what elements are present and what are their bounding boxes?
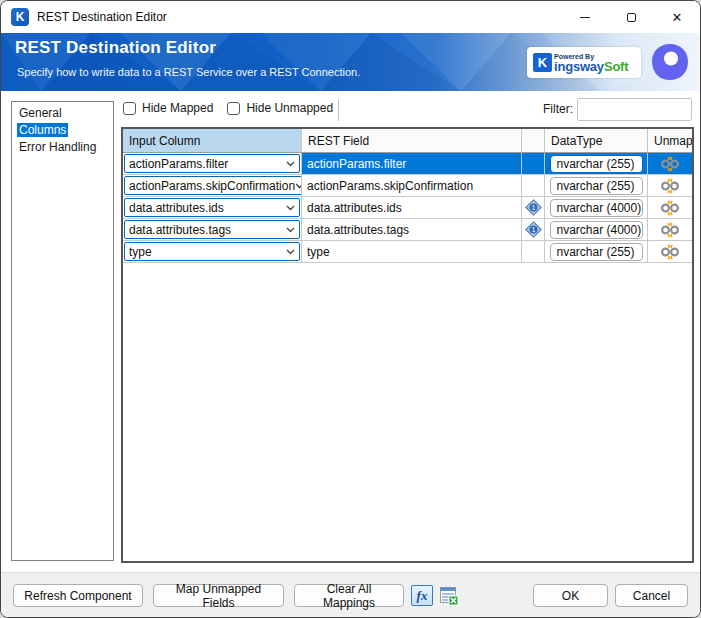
- datatype-cell: nvarchar (255): [545, 241, 648, 263]
- close-icon: ✕: [672, 11, 683, 24]
- input-column-dropdown[interactable]: type: [124, 242, 300, 261]
- table-row: actionParams.filteractionParams.filternv…: [123, 153, 692, 175]
- unmap-button-cell[interactable]: [648, 241, 692, 263]
- sidebar-item-label: Columns: [17, 123, 68, 137]
- input-column-value: type: [129, 245, 286, 259]
- table-row: typetypenvarchar (255): [123, 241, 692, 263]
- input-column-value: data.attributes.tags: [129, 223, 286, 237]
- app-icon: K: [11, 8, 29, 26]
- rest-field-cell[interactable]: actionParams.filter: [302, 153, 522, 175]
- unmap-button-cell[interactable]: [648, 197, 692, 219]
- kingswaysoft-badge: K Powered By ingswaySoft: [527, 47, 641, 78]
- clear-all-mappings-button[interactable]: Clear All Mappings: [294, 584, 404, 607]
- column-header-icon: [522, 129, 545, 152]
- toolbar-separator: [338, 99, 339, 121]
- sidebar-item-columns[interactable]: Columns: [15, 122, 113, 138]
- window-title: REST Destination Editor: [37, 10, 167, 24]
- expression-fx-button[interactable]: fx: [411, 585, 433, 606]
- chevron-down-icon: [286, 249, 295, 255]
- minimize-icon: [580, 17, 590, 18]
- datatype-box[interactable]: nvarchar (255): [550, 155, 643, 173]
- row-info-cell: [522, 241, 545, 263]
- hide-unmapped-checkbox[interactable]: Hide Unmapped: [227, 101, 333, 115]
- filter-label: Filter:: [529, 102, 573, 116]
- input-column-dropdown[interactable]: data.attributes.ids: [124, 198, 300, 217]
- datatype-cell: nvarchar (255): [545, 175, 648, 197]
- datatype-cell: nvarchar (4000): [545, 197, 648, 219]
- chevron-down-icon: [295, 183, 302, 189]
- map-unmapped-fields-button[interactable]: Map Unmapped Fields: [153, 584, 284, 607]
- chevron-down-icon: [286, 227, 295, 233]
- rest-destination-editor-dialog: K REST Destination Editor ✕ REST Destina…: [0, 0, 701, 618]
- hide-unmapped-checkbox-box[interactable]: [227, 102, 240, 115]
- row-info-cell: 1: [522, 219, 545, 241]
- rest-field-cell[interactable]: type: [302, 241, 522, 263]
- datatype-box[interactable]: nvarchar (255): [550, 243, 643, 261]
- input-column-cell: actionParams.filter: [123, 153, 302, 175]
- close-button[interactable]: ✕: [654, 1, 700, 33]
- ok-button[interactable]: OK: [533, 584, 608, 607]
- unmap-broken-link-icon: [659, 244, 681, 260]
- row-info-cell: [522, 175, 545, 197]
- input-column-value: actionParams.skipConfirmation: [129, 179, 295, 193]
- refresh-component-button[interactable]: Refresh Component: [13, 584, 143, 607]
- input-column-cell: actionParams.skipConfirmation: [123, 175, 302, 197]
- grid-toolbar: Hide Mapped Hide Unmapped Filter:: [121, 99, 694, 123]
- hide-mapped-checkbox[interactable]: Hide Mapped: [123, 101, 213, 115]
- rest-field-cell[interactable]: data.attributes.ids: [302, 197, 522, 219]
- unmap-broken-link-icon: [659, 200, 681, 216]
- input-column-value: data.attributes.ids: [129, 201, 286, 215]
- unmap-broken-link-icon: [659, 156, 681, 172]
- column-header-unmap[interactable]: Unmap: [648, 129, 693, 152]
- info-diamond-icon: 1: [525, 199, 542, 216]
- unmap-broken-link-icon: [659, 178, 681, 194]
- hide-mapped-label: Hide Mapped: [142, 101, 213, 115]
- hide-unmapped-label: Hide Unmapped: [246, 101, 333, 115]
- kingswaysoft-k-icon: K: [533, 53, 552, 72]
- header-banner: REST Destination Editor Specify how to w…: [1, 33, 701, 91]
- footer-bar: Refresh Component Map Unmapped Fields Cl…: [1, 572, 701, 618]
- datatype-box[interactable]: nvarchar (4000): [550, 199, 643, 217]
- column-header-input-column[interactable]: Input Column: [123, 129, 302, 152]
- brand-soft: Soft: [604, 59, 628, 74]
- datatype-cell: nvarchar (4000): [545, 219, 648, 241]
- sidebar-item-error-handling[interactable]: Error Handling: [15, 139, 113, 155]
- input-column-cell: data.attributes.ids: [123, 197, 302, 219]
- row-info-cell: 1: [522, 197, 545, 219]
- input-column-dropdown[interactable]: actionParams.filter: [124, 154, 300, 173]
- sidebar-item-general[interactable]: General: [15, 105, 113, 121]
- chevron-down-icon: [286, 161, 295, 167]
- export-grid-button[interactable]: [438, 585, 460, 606]
- unmap-broken-link-icon: [659, 222, 681, 238]
- unmap-button-cell[interactable]: [648, 153, 692, 175]
- input-column-dropdown[interactable]: actionParams.skipConfirmation: [124, 176, 302, 195]
- maximize-button[interactable]: [608, 1, 654, 33]
- svg-text:1: 1: [531, 226, 535, 234]
- input-column-cell: type: [123, 241, 302, 263]
- column-header-rest-field[interactable]: REST Field: [302, 129, 522, 152]
- datatype-cell: nvarchar (255): [545, 153, 648, 175]
- input-column-value: actionParams.filter: [129, 157, 286, 171]
- grid-header-row: Input Column REST Field DataType Unmap: [123, 129, 692, 153]
- rest-field-cell[interactable]: actionParams.skipConfirmation: [302, 175, 522, 197]
- rest-field-cell[interactable]: data.attributes.tags: [302, 219, 522, 241]
- unmap-button-cell[interactable]: [648, 219, 692, 241]
- unmap-button-cell[interactable]: [648, 175, 692, 197]
- input-column-cell: data.attributes.tags: [123, 219, 302, 241]
- input-column-dropdown[interactable]: data.attributes.tags: [124, 220, 300, 239]
- datatype-box[interactable]: nvarchar (255): [550, 177, 643, 195]
- minimize-button[interactable]: [562, 1, 608, 33]
- hide-mapped-checkbox-box[interactable]: [123, 102, 136, 115]
- title-bar: K REST Destination Editor ✕: [1, 1, 700, 33]
- svg-text:1: 1: [531, 204, 535, 212]
- grid-body: actionParams.filteractionParams.filternv…: [123, 153, 692, 263]
- info-diamond-icon: 1: [525, 221, 542, 238]
- page-title: REST Destination Editor: [15, 38, 216, 58]
- cancel-button[interactable]: Cancel: [615, 584, 688, 607]
- export-grid-icon: [439, 586, 459, 606]
- table-row: actionParams.skipConfirmationactionParam…: [123, 175, 692, 197]
- column-header-datatype[interactable]: DataType: [545, 129, 648, 152]
- sidebar-item-label: Error Handling: [17, 140, 98, 154]
- filter-input[interactable]: [577, 98, 692, 121]
- datatype-box[interactable]: nvarchar (4000): [550, 221, 643, 239]
